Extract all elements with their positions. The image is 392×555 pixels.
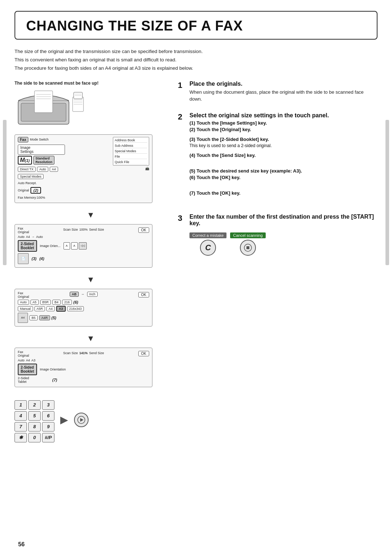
start-button[interactable] bbox=[74, 413, 89, 427]
a5r-btn[interactable]: A5R bbox=[34, 306, 45, 311]
fax-memory-label: Fax Memory:100% bbox=[18, 196, 65, 199]
step-1-number: 1 bbox=[178, 81, 186, 90]
stop-icon bbox=[244, 244, 252, 252]
resolution-btn[interactable]: StandardResolution bbox=[33, 156, 55, 165]
step-2-sub7: (7) Touch the [OK] key. bbox=[189, 190, 377, 196]
page-number: 56 bbox=[18, 541, 25, 548]
svg-marker-14 bbox=[80, 418, 83, 422]
two-sided-booklet-btn-4[interactable]: 2-SidedBooklet bbox=[18, 364, 37, 375]
left-column: The side to be scanned must be face up! bbox=[15, 81, 167, 442]
correct-mistake-label: Correct a mistake bbox=[189, 232, 226, 238]
step-2-list: (1) Touch the [Image Settings] key. (2) … bbox=[189, 120, 377, 196]
step6-label: (6) bbox=[73, 300, 78, 304]
orientation-icons: A A ◁◁ bbox=[64, 242, 87, 250]
icon-doc: 📄 bbox=[18, 253, 29, 264]
left-sidebar-decoration bbox=[3, 120, 7, 265]
a4-size-btn[interactable]: A4 bbox=[50, 167, 58, 172]
step-2-number: 2 bbox=[178, 112, 186, 122]
fax-label-4: FaxOriginal bbox=[18, 350, 29, 357]
auto-recept-label: Auto Recept. bbox=[18, 181, 37, 185]
right-column: 1 Place the originals. When using the do… bbox=[167, 81, 377, 442]
auto-btn-3[interactable]: Auto bbox=[18, 300, 29, 305]
arrow-right: → bbox=[32, 235, 35, 239]
keypad-area: 1 2 3 4 5 6 7 8 9 ✱ 0 #/P ▶ bbox=[15, 397, 89, 442]
manual-btn[interactable]: Manual bbox=[18, 306, 33, 311]
address-panel: Address Book Sub Address Special Modes F… bbox=[113, 137, 149, 166]
step-2-sub1: (1) Touch the [Image Settings] key. bbox=[189, 120, 377, 126]
intro-line-1: The size of the original and the transmi… bbox=[15, 48, 377, 56]
key-4[interactable]: 4 bbox=[15, 411, 27, 421]
ok-btn-3[interactable]: OK bbox=[138, 292, 149, 297]
x216x343-btn[interactable]: 216x343 bbox=[67, 306, 84, 311]
direct-tx-btn[interactable]: Direct TX bbox=[18, 167, 36, 172]
inch-btn[interactable]: Inch bbox=[87, 292, 98, 297]
fax-panel-3: FaxOriginal AB ↔ Inch OK Auto A5 B5R B4 … bbox=[15, 289, 152, 327]
step-1-content: Place the originals. When using the docu… bbox=[189, 81, 377, 103]
image-settings-btn[interactable]: ImageSettings bbox=[18, 145, 65, 155]
key-5[interactable]: 5 bbox=[28, 411, 41, 421]
b4-btn[interactable]: B4 bbox=[52, 300, 61, 305]
step-2-sub4: (4) Touch the [Send Size] key. bbox=[189, 153, 377, 158]
two-sided-tablet-label: 2-SidedTablet bbox=[18, 376, 29, 384]
mode-switch-label: Mode Switch bbox=[30, 138, 49, 141]
key-3[interactable]: 3 bbox=[42, 400, 54, 410]
intro-line-3: The procedure for faxing both sides of a… bbox=[15, 64, 377, 73]
arrow-2: ▼ bbox=[15, 275, 167, 284]
step-2-sub5: (5) Touch the desired send size key (exa… bbox=[189, 168, 377, 174]
auto-label-2: Auto bbox=[18, 235, 25, 239]
b5r-btn[interactable]: B5R bbox=[40, 300, 51, 305]
step-1-desc: When using the document glass, place the… bbox=[189, 89, 377, 103]
action-buttons-area: Correct a mistake C Cancel scanning bbox=[189, 232, 377, 256]
x216-btn[interactable]: 216 bbox=[62, 300, 72, 305]
fax-label-3: FaxOriginal bbox=[18, 291, 29, 299]
step3-label: (3) bbox=[32, 256, 36, 261]
auto-btn[interactable]: Auto bbox=[37, 167, 48, 172]
bottom-section: 1 2 3 4 5 6 7 8 9 ✱ 0 #/P ▶ bbox=[15, 397, 167, 442]
ok-btn-4[interactable]: OK bbox=[138, 351, 149, 356]
step-1-title: Place the originals. bbox=[189, 81, 377, 87]
fax-panel-4: FaxOriginal Scan Size 141% Send Size OK … bbox=[15, 348, 152, 387]
key-8[interactable]: 8 bbox=[28, 422, 41, 432]
correct-mistake-button[interactable]: C bbox=[200, 240, 216, 256]
a3-final-label: A3 bbox=[32, 358, 36, 362]
a5-btn[interactable]: A5 bbox=[30, 300, 39, 305]
a4r-btn[interactable]: A4R bbox=[39, 315, 50, 320]
auto-send-label: Auto bbox=[36, 235, 43, 239]
key-hash[interactable]: #/P bbox=[42, 433, 54, 442]
ab-btn[interactable]: AB bbox=[70, 292, 79, 297]
key-7[interactable]: 7 bbox=[15, 422, 27, 432]
key-1[interactable]: 1 bbox=[15, 400, 27, 410]
a4-btn-3[interactable]: A4 bbox=[46, 306, 55, 311]
intro-text: The size of the original and the transmi… bbox=[15, 48, 377, 73]
key-0[interactable]: 0 bbox=[28, 433, 41, 442]
b5-btn[interactable]: B5 bbox=[29, 315, 38, 320]
ok-btn-2[interactable]: OK bbox=[138, 227, 149, 233]
step-2-content: Select the original size settings in the… bbox=[189, 112, 377, 197]
correct-mistake-box: Correct a mistake C bbox=[189, 232, 226, 256]
fax-panel-2: FaxOriginal Scan Size 100% Send Size OK … bbox=[15, 224, 152, 268]
step-2-sub3-desc: This key is used to send a 2-sided origi… bbox=[189, 143, 377, 148]
special-modes-btn[interactable]: Special Modes bbox=[18, 174, 44, 179]
svg-rect-2 bbox=[34, 91, 53, 113]
original-label: Original bbox=[18, 189, 29, 192]
key-2[interactable]: 2 bbox=[28, 400, 41, 410]
step-3-title: Enter the fax number of the first destin… bbox=[189, 214, 377, 227]
arrow-1: ▼ bbox=[15, 210, 167, 220]
step5-label: (5) bbox=[52, 316, 56, 320]
image-orien-label-4: Image Orientation bbox=[40, 368, 66, 371]
title-box: CHANGING THE SIZE OF A FAX bbox=[15, 11, 377, 40]
intro-line-2: This is convenient when faxing an origin… bbox=[15, 56, 377, 64]
fax-icon: 📠 bbox=[113, 167, 149, 170]
two-sided-booklet-btn[interactable]: 2-SidedBooklet bbox=[18, 240, 37, 252]
key-6[interactable]: 6 bbox=[42, 411, 54, 421]
key-9[interactable]: 9 bbox=[42, 422, 54, 432]
keypad: 1 2 3 4 5 6 7 8 9 ✱ 0 #/P bbox=[15, 400, 54, 442]
cancel-scanning-button[interactable] bbox=[240, 240, 256, 256]
scanner-section: The side to be scanned must be face up! bbox=[15, 81, 167, 128]
cancel-scanning-label: Cancel scanning bbox=[230, 232, 265, 238]
fax-mode-btn[interactable]: Fax bbox=[18, 137, 28, 142]
arrow-right-icon: ▶ bbox=[60, 414, 68, 426]
key-star[interactable]: ✱ bbox=[15, 433, 27, 442]
step-1-section: 1 Place the originals. When using the do… bbox=[178, 81, 377, 103]
a3-btn[interactable]: A3 bbox=[56, 306, 66, 312]
